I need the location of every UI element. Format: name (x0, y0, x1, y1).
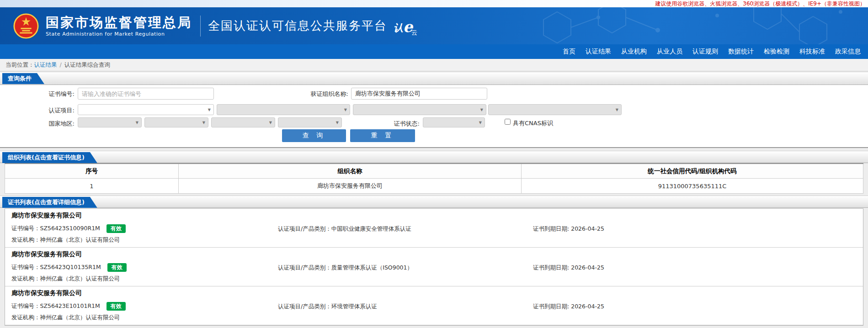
chevron-down-icon: ▼ (344, 108, 347, 112)
cert-issuer-line: 发证机构：神州亿鑫（北京）认证有限公司 (11, 314, 120, 322)
cert-list-section-header: 证书列表(点击查看详细信息) (0, 196, 868, 208)
project-select-2[interactable]: ▼ (217, 104, 350, 115)
nav-item-practitioners[interactable]: 从业人员 (657, 48, 682, 56)
nav-item-tech-standards[interactable]: 科技标准 (799, 48, 825, 56)
chevron-down-icon: ▼ (202, 121, 205, 125)
cert-no-label: 证书编号： (11, 264, 40, 270)
breadcrumb-current: 认证结果综合查询 (64, 61, 110, 68)
cnas-checkbox-label[interactable]: 具有CNAS标识 (513, 119, 553, 127)
region-select-1[interactable]: ▼ (78, 117, 142, 127)
cert-expiry-value: 2026-04-25 (571, 303, 604, 310)
cert-issuer-value: 神州亿鑫（北京）认证有限公司 (40, 236, 120, 243)
nav-item-procurement-info[interactable]: 政采信息 (835, 48, 861, 56)
project-select-4[interactable]: ▼ (488, 104, 622, 115)
org-list-section-header: 组织列表(点击查看证书信息) (0, 151, 868, 163)
query-section-tab: 查询条件 (2, 73, 44, 84)
cert-no-value: SZ56423E10101R1M (40, 302, 100, 309)
cert-no-label: 证书编号: (27, 90, 75, 98)
chevron-down-icon: ▼ (208, 108, 211, 112)
cert-project-label: 认证项目/产品类别： (278, 264, 331, 271)
cert-expiry-value: 2026-04-25 (571, 225, 604, 232)
breadcrumb-link-cert-results[interactable]: 认证结果 (34, 61, 57, 68)
cert-no-value: SZ56423S10090R1M (40, 225, 100, 232)
cnas-checkbox[interactable] (505, 119, 511, 125)
cert-issuer-line: 发证机构：神州亿鑫（北京）认证有限公司 (11, 275, 120, 283)
cert-org-name: 廊坊市保安服务有限公司 (11, 289, 82, 297)
nav-item-inspection-testing[interactable]: 检验检测 (764, 48, 789, 56)
search-button[interactable]: 查 询 (282, 129, 346, 142)
cert-project-line: 认证项目/产品类别：质量管理体系认证（ISO9001） (278, 264, 413, 272)
browser-notice-text: 建议使用谷歌浏览器、火狐浏览器、360浏览器（极速模式）、IE9+（非兼容性视图… (655, 0, 865, 7)
cert-issuer-value: 神州亿鑫（北京）认证有限公司 (40, 275, 120, 282)
cert-no-label: 证书编号： (11, 302, 40, 309)
status-badge: 有效 (107, 302, 126, 311)
cert-expiry-line: 证书到期日期: 2026-04-25 (533, 225, 604, 233)
cert-project-line: 认证项目/产品类别：环境管理体系认证 (278, 303, 377, 311)
cert-issuer-label: 发证机构： (11, 275, 40, 282)
chevron-down-icon: ▼ (136, 121, 138, 125)
cert-no-line: 证书编号：SZ56423Q10135R1M有效 (11, 263, 127, 272)
cert-org-name: 廊坊市保安服务有限公司 (11, 250, 82, 259)
main-nav: 首页 认证结果 从业机构 从业人员 认证规则 数据统计 检验检测 科技标准 政采… (0, 44, 868, 59)
cert-org-name: 廊坊市保安服务有限公司 (11, 212, 82, 220)
agency-name-en: State Administration for Market Regulati… (46, 31, 192, 37)
cert-no-label: 证书编号： (11, 225, 40, 232)
cert-project-value: 环境管理体系认证 (331, 303, 377, 310)
region-select-3[interactable]: ▼ (211, 117, 275, 127)
cert-project-label: 认证项目/产品类别： (278, 225, 331, 232)
org-row-code: 91131000735635111C (522, 179, 863, 194)
project-select-3[interactable]: ▼ (353, 104, 486, 115)
chevron-down-icon: ▼ (269, 121, 272, 125)
cert-issuer-label: 发证机构： (11, 314, 40, 321)
org-list-table: 序号 组织名称 统一社会信用代码/组织机构代码 1 廊坊市保安服务有限公司 91… (5, 163, 863, 194)
cert-project-value: 中国职业健康安全管理体系认证 (331, 225, 411, 232)
cert-no-input[interactable] (78, 88, 214, 100)
status-badge: 有效 (107, 263, 127, 272)
chevron-down-icon: ▼ (336, 121, 339, 125)
chevron-down-icon: ▼ (616, 108, 618, 112)
cert-status-label: 证书状态: (378, 120, 420, 128)
cert-issuer-line: 发证机构：神州亿鑫（北京）认证有限公司 (11, 236, 120, 244)
hexagon-pattern-decoration (521, 7, 868, 44)
breadcrumb-prefix: 当前位置： (5, 61, 34, 68)
org-table-header-name: 组织名称 (179, 164, 522, 179)
region-select-4[interactable]: ▼ (278, 117, 342, 127)
cert-card-2[interactable]: 廊坊市保安服务有限公司 证书编号：SZ56423Q10135R1M有效 认证项目… (5, 248, 863, 286)
org-table-row[interactable]: 1 廊坊市保安服务有限公司 91131000735635111C (5, 179, 863, 194)
logo-part-ren: 认 (394, 22, 403, 33)
query-form-panel: 证书编号: 获证组织名称: 认证项目: ▼ ▼ ▼ ▼ 国家地区: ▼ ▼ ▼ … (0, 85, 868, 148)
cert-card-list: 廊坊市保安服务有限公司 证书编号：SZ56423S10090R1M有效 认证项目… (5, 208, 863, 326)
cert-no-value: SZ56423Q10135R1M (40, 264, 101, 270)
org-name-input[interactable] (351, 88, 487, 100)
page: 建议使用谷歌浏览器、火狐浏览器、360浏览器（极速模式）、IE9+（非兼容性视图… (0, 0, 868, 328)
agency-title-block: 国家市场监督管理总局 State Administration for Mark… (46, 15, 192, 37)
cert-expiry-line: 证书到期日期: 2026-04-25 (533, 264, 604, 272)
browser-notice-bar: 建议使用谷歌浏览器、火狐浏览器、360浏览器（极速模式）、IE9+（非兼容性视图… (0, 0, 868, 7)
breadcrumb: 当前位置：认证结果/认证结果综合查询 (0, 59, 868, 71)
project-select-1[interactable]: ▼ (78, 104, 214, 115)
nav-item-data-statistics[interactable]: 数据统计 (728, 48, 754, 56)
cert-status-select[interactable]: ▼ (423, 117, 485, 127)
status-badge: 有效 (107, 224, 126, 233)
nav-item-home[interactable]: 首页 (563, 48, 575, 56)
platform-title: 全国认证认可信息公共服务平台 (208, 18, 387, 34)
nav-item-cert-results[interactable]: 认证结果 (586, 48, 611, 56)
nav-item-cert-rules[interactable]: 认证规则 (692, 48, 718, 56)
cert-card-1[interactable]: 廊坊市保安服务有限公司 证书编号：SZ56423S10090R1M有效 认证项目… (5, 209, 863, 248)
cert-expiry-line: 证书到期日期: 2026-04-25 (533, 303, 604, 311)
nav-item-institutions[interactable]: 从业机构 (621, 48, 647, 56)
cert-expiry-label: 证书到期日期: (533, 303, 571, 310)
cert-expiry-label: 证书到期日期: (533, 264, 571, 271)
ren-e-yun-logo: 认e云 (394, 17, 419, 35)
cert-project-label: 认证项目/产品类别： (278, 303, 331, 310)
region-label: 国家地区: (27, 120, 75, 128)
reset-button[interactable]: 重 置 (350, 129, 415, 142)
org-table-header-index: 序号 (5, 164, 179, 179)
cert-card-3[interactable]: 廊坊市保安服务有限公司 证书编号：SZ56423E10101R1M有效 认证项目… (5, 286, 863, 325)
region-select-2[interactable]: ▼ (144, 117, 208, 127)
org-list-section-tab: 组织列表(点击查看证书信息) (2, 152, 97, 163)
cert-expiry-value: 2026-04-25 (571, 264, 604, 271)
org-name-label: 获证组织名称: (288, 90, 348, 98)
cert-list-section-tab: 证书列表(点击查看详细信息) (2, 197, 97, 208)
org-table-header-code: 统一社会信用代码/组织机构代码 (522, 164, 863, 179)
